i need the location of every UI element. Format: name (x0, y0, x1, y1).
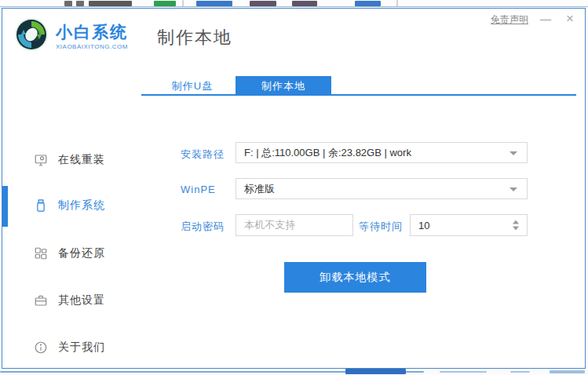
background-fragment (550, 370, 585, 373)
close-button[interactable]: × (563, 13, 577, 27)
sidebar-item-online-reinstall[interactable]: 在线重装 (2, 151, 140, 169)
page-title: 制作本地 (157, 26, 232, 49)
wait-time-label: 等待时间 (359, 220, 403, 234)
stepper-up-icon[interactable] (513, 220, 519, 224)
tab-make-local[interactable]: 制作本地 (236, 76, 331, 96)
winpe-value: 标准版 (244, 182, 275, 196)
sidebar: 在线重装 制作系统 备份还原 (2, 71, 140, 362)
sidebar-item-make-system[interactable]: 制作系统 (2, 196, 140, 215)
sidebar-item-about-us[interactable]: 关于我们 (2, 338, 140, 357)
background-window-border (0, 6, 588, 7)
wait-time-stepper[interactable]: 10 (410, 214, 528, 236)
winpe-label: WinPE (181, 184, 216, 195)
brand-domain: XIAOBAIXITONG.COM (56, 43, 128, 50)
background-fragment (196, 1, 232, 6)
tab-bar: 制作U盘 制作本地 (141, 76, 576, 96)
stepper-arrows (513, 220, 519, 231)
backup-grid-icon (34, 246, 48, 260)
background-fragment (250, 1, 276, 6)
disclaimer-link[interactable]: 免责声明 (491, 13, 528, 27)
background-window-bottom-sliver (0, 369, 588, 375)
background-window-top-sliver (0, 0, 588, 8)
install-path-select[interactable]: F: | 总:110.00GB | 余:23.82GB | work (236, 142, 528, 163)
background-fragment (89, 1, 132, 6)
stepper-down-icon[interactable] (513, 227, 519, 231)
install-path-label: 安装路径 (181, 147, 225, 162)
sidebar-item-label: 制作系统 (58, 198, 105, 213)
wait-time-value: 10 (418, 220, 429, 231)
uninstall-local-mode-button[interactable]: 卸载本地模式 (284, 262, 426, 293)
minimize-button[interactable]: — (539, 13, 552, 26)
app-window: 免责声明 — × 小白系统 XIAOBAIXITONG.COM 制作本地 (2, 8, 586, 369)
background-fragment (154, 1, 176, 6)
chevron-down-icon (509, 188, 517, 191)
tab-underline (141, 94, 576, 96)
sidebar-item-other-settings[interactable]: 其他设置 (2, 291, 140, 310)
tab-make-usb[interactable]: 制作U盘 (149, 76, 236, 96)
sidebar-item-label: 关于我们 (58, 340, 105, 355)
brand-name: 小白系统 (56, 23, 128, 42)
background-fragment (440, 371, 487, 373)
background-fragment (345, 369, 406, 374)
brand-text: 小白系统 XIAOBAIXITONG.COM (56, 23, 128, 50)
window-controls: 免责声明 — × (491, 13, 577, 27)
sidebar-item-label: 在线重装 (58, 153, 105, 167)
usb-drive-icon (34, 198, 48, 213)
sidebar-item-label: 其他设置 (58, 293, 105, 308)
install-path-value: F: | 总:110.00GB | 余:23.82GB | work (244, 146, 411, 160)
info-icon (34, 340, 48, 355)
boot-password-label: 启动密码 (181, 220, 225, 234)
boot-password-input[interactable]: 本机不支持 (236, 214, 353, 236)
background-fragment (355, 1, 381, 6)
winpe-select[interactable]: 标准版 (236, 178, 528, 199)
monitor-icon (34, 153, 48, 167)
boot-password-placeholder: 本机不支持 (244, 218, 295, 232)
sidebar-item-label: 备份还原 (58, 246, 105, 260)
chevron-down-icon (509, 151, 517, 155)
background-fragment (76, 1, 84, 6)
background-fragment (292, 1, 317, 6)
brand-header: 小白系统 XIAOBAIXITONG.COM (13, 16, 128, 56)
background-fragment (510, 371, 530, 373)
background-fragment (64, 1, 72, 6)
sidebar-item-backup-restore[interactable]: 备份还原 (2, 244, 140, 263)
toolbox-icon (34, 293, 48, 308)
app-logo-icon (13, 16, 49, 56)
